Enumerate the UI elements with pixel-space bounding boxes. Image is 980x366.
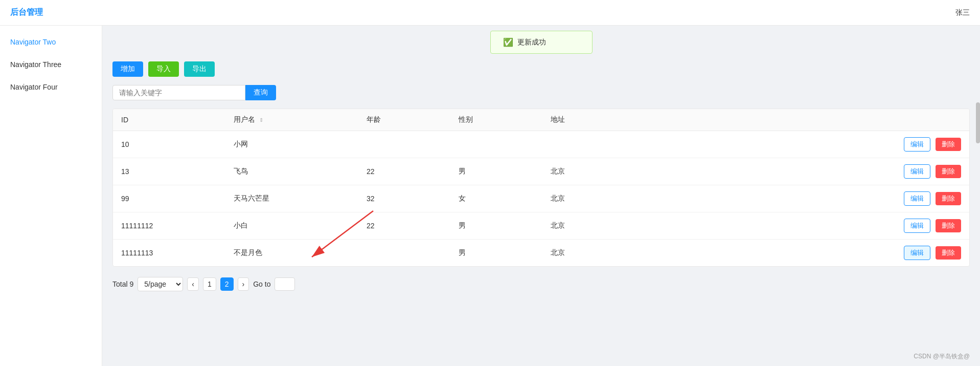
edit-button[interactable]: 编辑 [904, 164, 930, 179]
cell-age: 22 [358, 212, 450, 240]
delete-button[interactable]: 删除 [936, 192, 961, 205]
table-row: 10 小网 编辑 删除 [113, 131, 969, 158]
table-row: 99 天马六芒星 32 女 北京 编辑 删除 [113, 185, 969, 212]
username: 张三 [955, 8, 970, 17]
cell-name: 小白 [225, 212, 358, 240]
app-title: 后台管理 [10, 7, 43, 18]
cell-address: 北京 [542, 158, 645, 185]
delete-button[interactable]: 删除 [936, 219, 961, 232]
cell-name: 天马六芒星 [225, 185, 358, 212]
sidebar-item-navigator-two[interactable]: Navigator Two [0, 31, 102, 53]
cell-gender: 男 [450, 240, 542, 267]
search-input[interactable] [112, 85, 245, 100]
cell-actions: 编辑 删除 [645, 212, 969, 240]
toast-notification: ✅ 更新成功 [490, 31, 592, 54]
cell-address [542, 131, 645, 158]
edit-button[interactable]: 编辑 [904, 219, 930, 233]
table-row: 13 飞鸟 22 男 北京 编辑 删除 [113, 158, 969, 185]
cell-name: 不是月色 [225, 240, 358, 267]
delete-button[interactable]: 删除 [936, 165, 961, 178]
delete-button[interactable]: 删除 [936, 138, 961, 151]
table-row: 11111112 小白 22 男 北京 编辑 删除 [113, 212, 969, 240]
cell-id: 13 [113, 158, 225, 185]
layout: Navigator Two Navigator Three Navigator … [0, 26, 980, 366]
cell-name: 飞鸟 [225, 158, 358, 185]
cell-id: 11111112 [113, 212, 225, 240]
sidebar: Navigator Two Navigator Three Navigator … [0, 26, 102, 366]
toast-message: 更新成功 [517, 38, 546, 47]
scrollbar[interactable] [976, 102, 980, 143]
goto-input[interactable] [275, 277, 295, 291]
data-table: ID 用户名 ⇕ 年龄 性别 地址 [112, 109, 970, 267]
cell-gender: 女 [450, 185, 542, 212]
goto-label: Go to [253, 280, 270, 288]
table-row: 11111113 不是月色 男 北京 编辑 删除 [113, 240, 969, 267]
col-header-name[interactable]: 用户名 ⇕ [225, 109, 358, 131]
main-content: ✅ 更新成功 增加 导入 导出 查询 ID [102, 26, 980, 366]
cell-actions: 编辑 删除 [645, 131, 969, 158]
col-header-actions [645, 109, 969, 131]
page-1-button[interactable]: 1 [203, 277, 216, 291]
prev-page-button[interactable]: ‹ [187, 277, 199, 291]
pagination-total: Total 9 [112, 280, 133, 288]
edit-button[interactable]: 编辑 [904, 137, 930, 152]
sidebar-item-navigator-three[interactable]: Navigator Three [0, 53, 102, 76]
page-size-select[interactable]: 5/page 10/page 20/page [138, 277, 183, 291]
col-header-address: 地址 [542, 109, 645, 131]
cell-gender: 男 [450, 212, 542, 240]
cell-id: 10 [113, 131, 225, 158]
col-header-id: ID [113, 109, 225, 131]
next-page-button[interactable]: › [238, 277, 249, 291]
cell-address: 北京 [542, 185, 645, 212]
edit-button[interactable]: 编辑 [904, 191, 930, 206]
cell-actions: 编辑 删除 [645, 240, 969, 267]
cell-address: 北京 [542, 240, 645, 267]
cell-actions: 编辑 删除 [645, 158, 969, 185]
col-header-gender: 性别 [450, 109, 542, 131]
cell-age [358, 131, 450, 158]
import-button[interactable]: 导入 [148, 61, 179, 77]
search-bar: 查询 [112, 85, 970, 100]
edit-button[interactable]: 编辑 [904, 246, 930, 260]
cell-gender [450, 131, 542, 158]
cell-age: 22 [358, 158, 450, 185]
table-header-row: ID 用户名 ⇕ 年龄 性别 地址 [113, 109, 969, 131]
delete-button[interactable]: 删除 [936, 246, 961, 260]
sort-icon: ⇕ [259, 117, 263, 123]
footer-watermark: CSDN @半岛铁盒@ [914, 352, 970, 361]
cell-address: 北京 [542, 212, 645, 240]
search-button[interactable]: 查询 [245, 85, 276, 100]
cell-id: 99 [113, 185, 225, 212]
pagination: Total 9 5/page 10/page 20/page ‹ 1 2 › G… [112, 275, 970, 293]
cell-name: 小网 [225, 131, 358, 158]
toolbar: 增加 导入 导出 [112, 61, 970, 77]
cell-gender: 男 [450, 158, 542, 185]
col-header-age: 年龄 [358, 109, 450, 131]
cell-id: 11111113 [113, 240, 225, 267]
page-2-button[interactable]: 2 [220, 277, 234, 291]
success-icon: ✅ [503, 37, 513, 47]
sidebar-item-navigator-four[interactable]: Navigator Four [0, 76, 102, 98]
cell-age [358, 240, 450, 267]
cell-age: 32 [358, 185, 450, 212]
cell-actions: 编辑 删除 [645, 185, 969, 212]
export-button[interactable]: 导出 [184, 61, 215, 77]
add-button[interactable]: 增加 [112, 61, 143, 77]
header: 后台管理 张三 [0, 0, 980, 26]
